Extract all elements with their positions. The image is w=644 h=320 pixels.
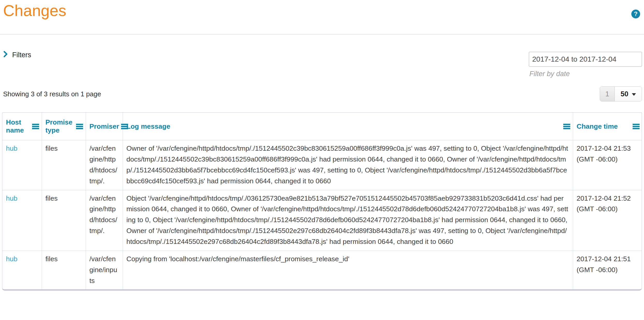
change-time-cell: 2017-12-04 21:51 (GMT -06:00) [573, 251, 642, 289]
change-time-cell: 2017-12-04 21:53 (GMT -06:00) [573, 140, 642, 190]
results-bar: Showing 3 of 3 results on 1 page 1 50 [3, 86, 642, 101]
promise-type-cell: files [42, 190, 86, 251]
column-header-change-time: Change time [573, 113, 642, 140]
change-time-cell: 2017-12-04 21:52 (GMT -06:00) [573, 190, 642, 251]
filters-label: Filters [12, 51, 31, 59]
table-row: hubfiles/var/cfengine/httpd/htdocs/tmp/.… [2, 190, 642, 251]
changes-page: Changes ? Filters 2017-12-04 to 2017-12-… [0, 0, 644, 320]
column-header-promise-type: Promise type [42, 113, 86, 140]
promiser-cell: /var/cfengine/httpd/htdocs/tmp/. [86, 190, 123, 251]
column-label: Promiser [90, 122, 119, 130]
host-cell: hub [2, 140, 42, 190]
host-cell: hub [2, 190, 42, 251]
log-message-cell: Object '/var/cfengine/httpd/htdocs/tmp/.… [123, 190, 573, 251]
header-divider [0, 34, 644, 34]
table-header-row: Host namePromise typePromiserLog message… [2, 113, 642, 140]
column-header-promiser: Promiser [86, 113, 123, 140]
column-label: Host name [6, 118, 30, 134]
column-header-host-name: Host name [2, 113, 42, 140]
date-filter: 2017-12-04 to 2017-12-04 Filter by date [529, 52, 642, 78]
log-message-cell: Owner of '/var/cfengine/httpd/htdocs/tmp… [123, 140, 573, 190]
promiser-cell: /var/cfengine/inputs [86, 251, 123, 289]
pagination: 1 50 [600, 86, 642, 101]
date-filter-hint: Filter by date [529, 70, 642, 78]
changes-table-card: Host namePromise typePromiserLog message… [2, 112, 642, 290]
column-label: Promise type [46, 118, 74, 134]
promise-type-cell: files [42, 140, 86, 190]
column-header-log-message: Log message [123, 113, 573, 140]
column-menu-icon[interactable] [32, 124, 39, 129]
date-range-input[interactable]: 2017-12-04 to 2017-12-04 [529, 52, 642, 67]
results-summary: Showing 3 of 3 results on 1 page [3, 90, 101, 98]
chevron-right-icon [4, 51, 8, 59]
page-title: Changes [0, 0, 644, 20]
caret-down-icon [632, 93, 636, 96]
changes-table: Host namePromise typePromiserLog message… [2, 113, 642, 289]
page-size-value: 50 [620, 90, 628, 98]
host-link[interactable]: hub [6, 194, 17, 202]
page-size-dropdown[interactable]: 50 [615, 87, 642, 101]
column-menu-icon[interactable] [76, 124, 83, 129]
column-label: Change time [577, 122, 618, 130]
help-glyph: ? [634, 11, 638, 18]
host-link[interactable]: hub [6, 255, 17, 263]
promise-type-cell: files [42, 251, 86, 289]
column-menu-icon[interactable] [563, 124, 570, 129]
help-icon[interactable]: ? [631, 10, 640, 18]
column-label: Log message [127, 122, 170, 130]
promiser-cell: /var/cfengine/httpd/htdocs/tmp/. [86, 140, 123, 190]
host-cell: hub [2, 251, 42, 289]
log-message-cell: Copying from 'localhost:/var/cfengine/ma… [123, 251, 573, 289]
table-row: hubfiles/var/cfengine/httpd/htdocs/tmp/.… [2, 140, 642, 190]
column-menu-icon[interactable] [633, 124, 640, 129]
table-row: hubfiles/var/cfengine/inputsCopying from… [2, 251, 642, 289]
page-number-button[interactable]: 1 [600, 87, 615, 101]
host-link[interactable]: hub [6, 144, 17, 152]
filters-toggle[interactable]: Filters [4, 51, 31, 59]
